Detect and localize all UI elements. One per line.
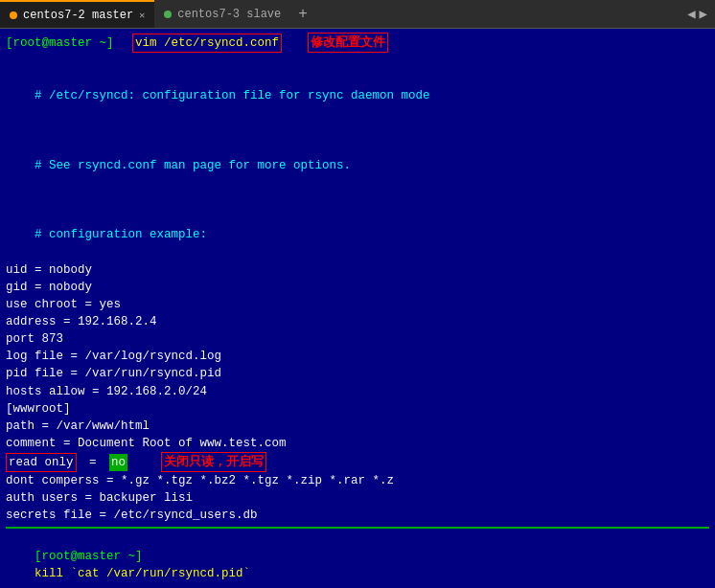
cmd-vim: [root@master ~] vim /etc/rsyncd.conf 修改配… [6,33,709,53]
tab-active-indicator [10,11,17,19]
conf-readonly: read only = no 关闭只读，开启写 [6,452,709,472]
nav-arrows: ◀ ▶ [687,6,715,22]
conf-path: path = /var/www/html [6,418,709,435]
comment-3: # configuration example: [6,209,709,260]
conf-compress: dont comperss = *.gz *.tgz *.bz2 *.tgz *… [6,472,709,489]
cmd-kill: [root@master ~] kill `cat /var/run/rsync… [6,531,709,589]
annotation-modify: 修改配置文件 [308,33,388,53]
tab-centos7-2[interactable]: centos7-2 master ✕ [0,0,154,28]
conf-hosts: hosts allow = 192.168.2.0/24 [6,383,709,400]
cmd-vim-text [120,34,127,52]
add-tab-button[interactable]: + [290,6,315,23]
blank-3 [6,192,709,209]
conf-chroot: use chroot = yes [6,296,709,313]
readonly-box: read only [6,453,77,472]
conf-port: port 873 [6,330,709,348]
blank-1 [6,53,709,70]
nav-right-icon[interactable]: ▶ [700,6,707,22]
readonly-equals: = [82,454,104,471]
conf-authusers: auth users = backuper lisi [6,489,709,507]
tab-label-2: centos7-3 slave [177,8,281,21]
conf-address: address = 192.168.2.4 [6,313,709,330]
tab-centos7-3[interactable]: centos7-3 slave [154,0,290,28]
terminal: [root@master ~] vim /etc/rsyncd.conf 修改配… [0,29,715,588]
comment-2: # See rsyncd.conf man page for more opti… [6,140,709,192]
conf-comment: comment = Document Root of www.test.com [6,435,709,452]
tab-bar: centos7-2 master ✕ centos7-3 slave + ◀ ▶ [0,0,715,29]
comment-1: # /etc/rsyncd: configuration file for rs… [6,70,709,122]
annotation-readonly: 关闭只读，开启写 [161,452,266,472]
conf-pidfile: pid file = /var/run/rsyncd.pid [6,365,709,382]
vim-cmd-box: vim /etc/rsyncd.conf [132,34,282,53]
nav-left-icon[interactable]: ◀ [687,6,695,22]
conf-section: [wwwroot] [6,400,709,418]
blank-2 [6,123,709,140]
conf-uid: uid = nobody [6,261,709,279]
tab-label-1: centos7-2 master [23,9,133,22]
conf-gid: gid = nobody [6,279,709,296]
prompt-1: [root@master ~] [6,34,114,52]
dot-icon [164,11,172,18]
conf-logfile: log file = /var/log/rsyncd.log [6,348,709,365]
readonly-value: no [109,454,127,471]
section-divider [6,527,709,529]
conf-secrets: secrets file = /etc/rsyncd_users.db [6,507,709,524]
close-icon-1[interactable]: ✕ [139,10,145,21]
